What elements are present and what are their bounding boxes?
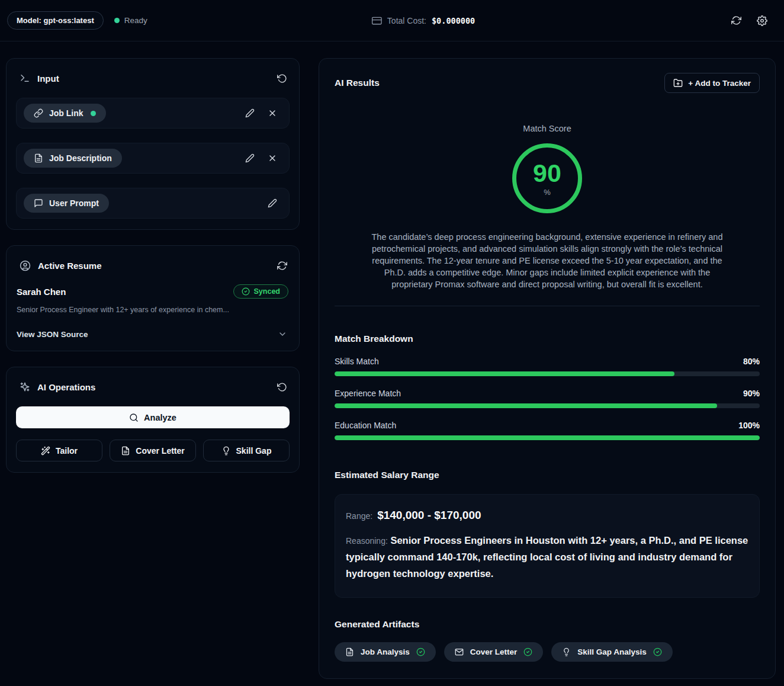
total-cost-label: Total Cost: bbox=[387, 16, 426, 25]
input-panel-title: Input bbox=[37, 73, 59, 84]
status-label: Ready bbox=[124, 16, 147, 25]
job-link-chip[interactable]: Job Link bbox=[24, 104, 106, 123]
resume-summary: Senior Process Engineer with 12+ years o… bbox=[16, 306, 290, 314]
view-json-source-toggle[interactable]: View JSON Source bbox=[16, 329, 290, 340]
salary-reasoning: Reasoning: Senior Process Engineers in H… bbox=[346, 532, 748, 582]
add-to-tracker-button[interactable]: + Add to Tracker bbox=[664, 73, 760, 93]
match-breakdown-title: Match Breakdown bbox=[335, 334, 760, 344]
status-indicator: Ready bbox=[114, 16, 147, 25]
job-description-chip[interactable]: Job Description bbox=[24, 149, 122, 168]
search-icon bbox=[129, 413, 139, 422]
model-badge[interactable]: Model: gpt-oss:latest bbox=[7, 11, 104, 30]
artifact-skill-gap-label: Skill Gap Analysis bbox=[577, 647, 647, 656]
cover-letter-button-label: Cover Letter bbox=[136, 446, 184, 456]
refresh-icon[interactable] bbox=[731, 15, 741, 25]
salary-section-title: Estimated Salary Range bbox=[335, 470, 760, 480]
breakdown-row-experience: Experience Match 90% bbox=[335, 389, 760, 408]
skill-gap-button-label: Skill Gap bbox=[236, 446, 272, 456]
input-row-job-link: Job Link bbox=[16, 98, 290, 129]
skills-match-bar-fill bbox=[335, 371, 674, 376]
sparkles-icon bbox=[20, 382, 30, 392]
salary-reasoning-label: Reasoning: bbox=[346, 536, 388, 546]
credit-card-icon bbox=[372, 15, 382, 25]
input-reset-icon[interactable] bbox=[277, 73, 287, 84]
artifacts-section-title: Generated Artifacts bbox=[335, 619, 760, 630]
divider bbox=[335, 306, 760, 306]
lightbulb-icon bbox=[221, 446, 231, 456]
cover-letter-button[interactable]: Cover Letter bbox=[110, 440, 196, 461]
education-match-bar-track bbox=[335, 435, 760, 440]
tailor-button-label: Tailor bbox=[56, 446, 78, 456]
match-score-block: Match Score 90 % The candidate’s deep pr… bbox=[335, 124, 760, 290]
education-match-value: 100% bbox=[738, 421, 760, 430]
settings-gear-icon[interactable] bbox=[757, 15, 767, 26]
ai-operations-panel: AI Operations Analyze Tailor Cover Lette… bbox=[6, 367, 300, 473]
education-match-label: Education Match bbox=[335, 421, 396, 430]
breakdown-row-skills: Skills Match 80% bbox=[335, 357, 760, 376]
active-resume-panel: Active Resume Sarah Chen Synced Senior P… bbox=[6, 245, 300, 351]
skill-gap-button[interactable]: Skill Gap bbox=[203, 440, 290, 461]
file-text-icon bbox=[34, 153, 43, 163]
message-square-icon bbox=[34, 198, 43, 208]
skills-match-bar-track bbox=[335, 371, 760, 376]
artifact-cover-letter[interactable]: Cover Letter bbox=[444, 642, 544, 662]
resume-name: Sarah Chen bbox=[17, 287, 66, 297]
analyze-button-label: Analyze bbox=[144, 413, 176, 422]
check-circle-icon bbox=[242, 287, 250, 296]
input-panel: Input Job Link bbox=[6, 58, 300, 230]
education-match-bar-fill bbox=[335, 435, 760, 440]
active-resume-title: Active Resume bbox=[38, 261, 102, 271]
user-circle-icon bbox=[20, 260, 31, 271]
salary-card: Range: $140,000 - $170,000 Reasoning: Se… bbox=[335, 494, 760, 598]
mail-icon bbox=[455, 647, 464, 656]
analyze-button[interactable]: Analyze bbox=[16, 406, 290, 428]
folder-plus-icon bbox=[673, 78, 683, 88]
user-prompt-chip[interactable]: User Prompt bbox=[24, 194, 109, 213]
tailor-button[interactable]: Tailor bbox=[16, 440, 102, 461]
artifact-job-analysis-label: Job Analysis bbox=[361, 647, 410, 656]
user-prompt-edit-icon[interactable] bbox=[268, 198, 277, 208]
ai-operations-title: AI Operations bbox=[37, 382, 95, 392]
wand-icon bbox=[41, 446, 50, 456]
terminal-icon bbox=[20, 73, 30, 84]
skills-match-label: Skills Match bbox=[335, 357, 379, 366]
file-text-icon bbox=[121, 446, 130, 456]
match-score-unit: % bbox=[544, 188, 551, 197]
view-json-source-label: View JSON Source bbox=[17, 330, 88, 339]
artifact-cover-letter-label: Cover Letter bbox=[470, 647, 518, 656]
match-score-ring: 90 % bbox=[512, 143, 582, 213]
job-description-label: Job Description bbox=[49, 153, 112, 163]
salary-range-value: $140,000 - $170,000 bbox=[377, 509, 481, 522]
job-link-clear-icon[interactable] bbox=[268, 108, 277, 118]
match-score-value: 90 bbox=[533, 161, 561, 186]
salary-range-label: Range: bbox=[346, 511, 372, 521]
artifact-job-analysis[interactable]: Job Analysis bbox=[335, 642, 436, 662]
lightbulb-icon bbox=[562, 647, 571, 656]
breakdown-row-education: Education Match 100% bbox=[335, 421, 760, 440]
link-icon bbox=[34, 108, 43, 118]
resume-refresh-icon[interactable] bbox=[277, 261, 287, 271]
user-prompt-label: User Prompt bbox=[49, 198, 99, 208]
total-cost-value: $0.000000 bbox=[432, 16, 475, 25]
artifact-skill-gap-analysis[interactable]: Skill Gap Analysis bbox=[551, 642, 673, 662]
experience-match-label: Experience Match bbox=[335, 389, 401, 398]
ai-results-title: AI Results bbox=[335, 78, 380, 88]
synced-badge: Synced bbox=[233, 284, 288, 299]
experience-match-value: 90% bbox=[743, 389, 760, 398]
ai-results-panel: AI Results + Add to Tracker Match Score … bbox=[319, 58, 776, 679]
job-description-clear-icon[interactable] bbox=[268, 153, 277, 163]
job-link-edit-icon[interactable] bbox=[245, 108, 255, 118]
match-score-label: Match Score bbox=[335, 124, 760, 133]
experience-match-bar-fill bbox=[335, 403, 717, 408]
skills-match-value: 80% bbox=[743, 357, 760, 366]
add-to-tracker-label: + Add to Tracker bbox=[688, 79, 751, 88]
status-dot-icon bbox=[114, 18, 120, 23]
match-summary: The candidate’s deep process engineering… bbox=[369, 231, 725, 290]
experience-match-bar-track bbox=[335, 403, 760, 408]
total-cost: Total Cost: $0.000000 bbox=[372, 15, 475, 25]
operations-reset-icon[interactable] bbox=[277, 382, 287, 392]
input-row-job-description: Job Description bbox=[16, 143, 290, 174]
job-link-filled-dot-icon bbox=[91, 111, 96, 116]
input-row-user-prompt: User Prompt bbox=[16, 188, 290, 219]
job-description-edit-icon[interactable] bbox=[245, 153, 255, 163]
